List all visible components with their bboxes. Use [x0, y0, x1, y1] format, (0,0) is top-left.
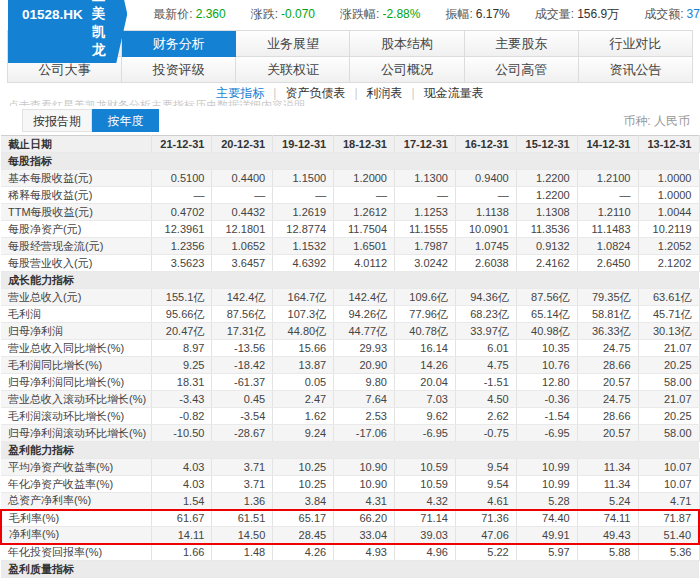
stat-label: 成交额:	[644, 7, 683, 21]
value-cell: 2.6450	[577, 255, 638, 272]
by-year-button[interactable]: 按年度	[92, 109, 159, 132]
value-cell: 10.07	[638, 476, 699, 493]
nav-tab-财务分析[interactable]: 财务分析	[122, 31, 236, 57]
value-cell: 58.81亿	[577, 306, 638, 323]
stat-item: 成交额:378.3万	[644, 6, 700, 23]
row-label: 营业总收入滚动环比增长(%)	[1, 391, 151, 408]
value-cell: 5.97	[516, 544, 577, 561]
value-cell: 5.36	[638, 544, 699, 561]
value-cell: 1.2100	[577, 170, 638, 187]
period-toolbar: 按报告期按年度 币种: 人民币	[0, 109, 700, 133]
subnav-item-主要指标[interactable]: 主要指标	[216, 86, 264, 100]
nav-tab-业务展望[interactable]: 业务展望	[236, 31, 350, 57]
row-label: 年化净资产收益率(%)	[1, 476, 151, 493]
section-title: 每股指标	[1, 153, 699, 170]
table-row: 每股净资产(元)12.396112.180112.877411.750411.1…	[1, 221, 699, 238]
value-cell: 1.1532	[273, 238, 334, 255]
table-row: 毛利率(%)61.6761.5165.1766.2071.1471.3674.4…	[1, 510, 699, 527]
nav-tab-关联权证[interactable]: 关联权证	[236, 57, 350, 83]
value-cell: 40.78亿	[395, 323, 456, 340]
value-cell: 4.96	[395, 544, 456, 561]
row-label: TTM每股收益(元)	[1, 204, 151, 221]
row-label: 毛利润	[1, 306, 151, 323]
value-cell: 44.77亿	[334, 323, 395, 340]
value-cell: 20.47亿	[151, 323, 212, 340]
value-cell: 95.66亿	[151, 306, 212, 323]
subnav-separator: |	[273, 86, 276, 100]
stat-value: -0.070	[281, 7, 315, 21]
stat-label: 成交量:	[535, 7, 574, 21]
value-cell: 2.53	[334, 408, 395, 425]
value-cell: 1.1253	[395, 204, 456, 221]
value-cell: 14.11	[151, 527, 212, 544]
table-row: 总资产净利率(%)1.541.363.844.314.324.615.285.2…	[1, 493, 699, 510]
value-cell: 4.71	[638, 493, 699, 510]
stat-item: 振幅:6.17%	[445, 6, 509, 23]
nav-tab-公司概况[interactable]: 公司概况	[350, 57, 464, 83]
row-label: 基本每股收益(元)	[1, 170, 151, 187]
value-cell: 1.1300	[395, 170, 456, 187]
table-row: 毛利润95.66亿87.56亿107.3亿94.26亿77.96亿68.23亿6…	[1, 306, 699, 323]
row-label: 总资产净利率(%)	[1, 493, 151, 510]
nav-tab-主要股东[interactable]: 主要股东	[465, 31, 579, 57]
value-cell: 9.80	[334, 374, 395, 391]
value-cell: 1.36	[212, 493, 273, 510]
value-cell: 24.75	[577, 340, 638, 357]
header-date-cell: 21-12-31	[151, 136, 212, 153]
table-row: 稀释每股收益(元)——————1.2200—1.0000	[1, 187, 699, 204]
nav-tab-行业对比[interactable]: 行业对比	[579, 31, 693, 57]
value-cell: 2.47	[273, 391, 334, 408]
value-cell: —	[455, 187, 516, 204]
value-cell: 6.01	[455, 340, 516, 357]
value-cell: 9.62	[395, 408, 456, 425]
stock-name: 红星美凯龙	[92, 0, 106, 59]
value-cell: 33.04	[334, 527, 395, 544]
subnav-item-利润表[interactable]: 利润表	[367, 86, 403, 100]
value-cell: 3.71	[212, 476, 273, 493]
value-cell: 4.32	[395, 493, 456, 510]
nav-tab-资讯公告[interactable]: 资讯公告	[579, 57, 693, 83]
table-row: 毛利润滚动环比增长(%)-0.82-3.541.622.539.622.62-1…	[1, 408, 699, 425]
value-cell: 12.1801	[212, 221, 273, 238]
table-row: 归母净利润滚动环比增长(%)-10.50-28.679.24-17.06-6.9…	[1, 425, 699, 442]
value-cell: 1.48	[212, 544, 273, 561]
value-cell: 11.34	[577, 459, 638, 476]
value-cell: 2.62	[455, 408, 516, 425]
header-date-cell: 16-12-31	[455, 136, 516, 153]
value-cell: 9.54	[455, 459, 516, 476]
section-title: 盈利质量指标	[1, 561, 699, 578]
value-cell: 11.7504	[334, 221, 395, 238]
value-cell: 1.6501	[334, 238, 395, 255]
value-cell: 1.62	[273, 408, 334, 425]
sub-nav: 主要指标|资产负债表|利润表|现金流量表	[0, 86, 700, 100]
nav-tab-投资评级[interactable]: 投资评级	[122, 57, 236, 83]
by-report-period-button[interactable]: 按报告期	[22, 109, 92, 132]
value-cell: 4.50	[455, 391, 516, 408]
nav-tab-公司高管[interactable]: 公司高管	[465, 57, 579, 83]
table-row: 营业总收入滚动环比增长(%)-3.430.452.477.647.034.50-…	[1, 391, 699, 408]
value-cell: 20.25	[638, 357, 699, 374]
value-cell: 45.71亿	[638, 306, 699, 323]
value-cell: 1.0044	[638, 204, 699, 221]
section-row: 成长能力指标	[1, 272, 699, 289]
nav-tab-股本结构[interactable]: 股本结构	[350, 31, 464, 57]
value-cell: 155.1亿	[151, 289, 212, 306]
value-cell: 87.56亿	[516, 289, 577, 306]
value-cell: 71.14	[395, 510, 456, 527]
subnav-item-现金流量表[interactable]: 现金流量表	[424, 86, 484, 100]
table-row: 净利率(%)14.1114.5028.4533.0439.0347.0649.9…	[1, 527, 699, 544]
value-cell: 94.26亿	[334, 306, 395, 323]
value-cell: 18.31	[151, 374, 212, 391]
row-label: 毛利润同比增长(%)	[1, 357, 151, 374]
value-cell: 5.22	[455, 544, 516, 561]
row-label: 毛利率(%)	[1, 510, 151, 527]
value-cell: 65.14亿	[516, 306, 577, 323]
value-cell: 24.75	[577, 391, 638, 408]
value-cell: 40.98亿	[516, 323, 577, 340]
value-cell: 10.2119	[638, 221, 699, 238]
stock-stats: 最新价:2.360涨跌:-0.070涨跌幅:-2.88%振幅:6.17%成交量:…	[153, 6, 700, 23]
value-cell: 3.5623	[151, 255, 212, 272]
table-row: 年化净资产收益率(%)4.033.7110.2510.9010.599.5410…	[1, 476, 699, 493]
value-cell: 16.14	[395, 340, 456, 357]
subnav-item-资产负债表[interactable]: 资产负债表	[285, 86, 345, 100]
